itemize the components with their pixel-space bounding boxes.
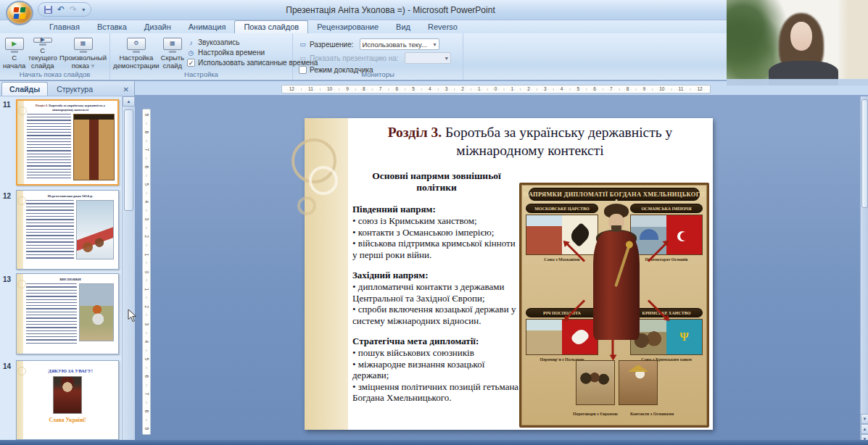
thumb12-text-lines [26,200,74,259]
slides-panel: Слайды Структура ✕ 11 Розділ 3. Боротьба… [0,81,135,440]
bullet: • дипломатичні контакти з державами Цент… [352,281,521,304]
resolution-dropdown[interactable]: Использовать теку...▾ [360,38,439,50]
from-beginning-button[interactable]: ▶ С начала [3,36,25,70]
office-logo-icon [14,7,25,19]
main-scrollbar[interactable]: ▼ ▲ ▼ [860,96,868,445]
bullet: • пошук військових союзників [352,347,521,359]
thumbnail-slide-14[interactable]: ДЯКУЮ ЗА УВАГУ! Слава Україні! [16,360,119,440]
undo-icon[interactable]: ↶ [57,5,65,14]
vertical-ruler: 9ı8ı7ı6ı5ı4ı3ı2ı1ı0ı1ı2ı3ı4ı5ı6ı7ı8ı9 [142,109,151,435]
setup-show-button[interactable]: ⚙ Настройка демонстрации [113,36,160,70]
panel-scroll-thumb[interactable] [124,109,133,211]
bullet: • спроби включення козацької держави у с… [352,304,521,326]
tab-view[interactable]: Вид [387,21,419,33]
horizontal-ruler: 12ı11ı10ı9ı8ı7ı6ı5ı4ı3ı2ı1ı0ı1ı2ı3ı4ı5ı6… [281,85,711,93]
group-label-start: Начать показ слайдов [0,70,109,79]
custom-show-button[interactable]: ▦ Произвольный показ ▾ [59,36,107,70]
thumbnail-slide-12[interactable]: Переяславська рада 1654 р. [16,190,119,270]
group-start-slideshow: ▶ С начала ▶ С текущего слайда ▦ Произво… [0,33,110,80]
section-strategy: Стратегічна мета дипломатії: • пошук вій… [352,336,521,404]
bullet: • військова підтримка кримської кінноти … [352,238,521,260]
tab-slideshow[interactable]: Показ слайдов [234,20,308,33]
slide-number-13: 13 [3,275,15,283]
tab-outline[interactable]: Структура [49,83,100,96]
slide-theme-stripe [305,118,348,430]
moscow-panel-image [526,215,598,255]
bullet: • союз із Кримським ханством; [352,215,521,227]
main-scroll-thumb[interactable] [861,99,868,208]
hide-slide-icon: ▦ [163,38,182,50]
thumb12-image [76,200,114,259]
mouse-cursor [128,309,137,325]
group-monitors: ▭ Разрешение: Использовать теку...▾ ▭ По… [293,33,463,80]
ottoman-panel: ОСМАНСЬКА ІМПЕРІЯ Протекторат Османів [630,204,703,262]
thumb14-portrait [53,376,82,414]
tab-animation[interactable]: Анимация [180,21,235,33]
slide-title[interactable]: Розділ 3. Боротьба за українську державн… [351,123,709,160]
thumb13-image [79,283,114,341]
panel-scrollbar[interactable]: ▲ [122,96,135,440]
scroll-down-icon[interactable]: ▼ [861,414,868,424]
quick-access-toolbar: ↶ ↷ ▾ [38,2,91,17]
caption-ottomans: Контакти з Османами [623,412,681,416]
record-narration-icon: ♪ [187,38,195,46]
tab-insert[interactable]: Вставка [88,21,136,33]
thumb14-line1: ДЯКУЮ ЗА УВАГУ! [25,368,115,373]
slide-title-prefix: Розділ 3. [388,125,442,140]
show-on-dropdown: ▾ [405,52,451,64]
slide-body-text[interactable]: Основні напрями зовнішньої політики Півд… [352,170,521,413]
thumb13-text-lines [26,283,77,345]
slide-number-14: 14 [3,362,15,370]
poland-panel-image [526,319,598,355]
checkbox-checked-icon: ✓ [187,59,195,67]
tab-design[interactable]: Дизайн [136,21,180,33]
window-title: Презентація Аніта Уколова =) - Microsoft… [145,0,636,20]
from-current-slide-button[interactable]: ▶ С текущего слайда [27,36,58,70]
thumbnail-slide-13[interactable]: ВИСНОВКИ [16,273,119,354]
slide-number-12: 12 [3,192,15,200]
thumb11-poster-mini [73,114,115,180]
thumbnail-slide-11[interactable]: Розділ 3. Боротьба за українську державн… [16,99,119,186]
khmelnytsky-figure [592,204,641,356]
qat-dropdown-icon[interactable]: ▾ [82,7,85,13]
rehearse-timings-icon: ◷ [187,49,195,57]
slide-canvas[interactable]: Розділ 3. Боротьба за українську державн… [305,118,713,430]
resolution-label: Разрешение: [310,41,354,49]
slideshow-from-current-icon: ▶ [33,38,52,43]
thumb14-line2: Слава Україні! [17,417,118,423]
presenter-face [790,22,812,51]
close-panel-icon[interactable]: ✕ [121,86,131,93]
office-button[interactable] [6,1,33,25]
poland-panel: РІЧ ПОСПОЛИТА Перемир'я з Польщею [526,308,598,362]
slide-number-11: 11 [3,101,15,109]
previous-slide-button[interactable]: ▲ [861,424,868,434]
group-label-setup: Настройка [110,70,292,79]
poster-title: НАПРЯМКИ ДИПЛОМАТІЇ БОГДАНА ХМЕЛЬНИЦЬКОГ… [529,188,700,201]
tab-review[interactable]: Рецензирование [308,21,387,33]
panel-scroll-up-icon[interactable]: ▲ [123,96,135,107]
save-icon[interactable] [44,6,52,14]
diplomacy-poster-image[interactable]: НАПРЯМКИ ДИПЛОМАТІЇ БОГДАНА ХМЕЛЬНИЦЬКОГ… [519,183,709,428]
hide-slide-button[interactable]: ▦ Скрыть слайд [161,36,184,70]
webcam-overlay [727,0,868,86]
custom-show-icon: ▦ [74,38,93,50]
bullet: • зміцнення політичних позицій гетьмана … [352,381,521,404]
europe-negotiations-image [576,360,615,405]
ottoman-panel-image [630,215,703,255]
thumb11-text-lines [27,114,71,180]
tab-slides[interactable]: Слайды [1,82,48,96]
monitors-controls: ▭ Разрешение: Использовать теку...▾ ▭ По… [296,36,454,70]
show-on-icon: ▭ [299,54,307,62]
redo-icon[interactable]: ↷ [70,5,77,14]
slides-panel-tabs: Слайды Структура ✕ [0,81,134,96]
moscow-panel: МОСКОВСЬКЕ ЦАРСТВО Союз з Московією [526,204,598,262]
bullet: • контакти з Османською імперією; [352,227,521,238]
tab-reverso[interactable]: Reverso [419,21,466,33]
group-setup: ⚙ Настройка демонстрации ▦ Скрыть слайд … [110,33,293,80]
slideshow-from-start-icon: ▶ [5,38,24,50]
setup-show-icon: ⚙ [127,38,146,50]
show-presentation-on-label: Показать презентацию на: [310,54,399,62]
caption-europe: Переговори з Європою [563,412,627,416]
tab-home[interactable]: Главная [41,21,88,33]
slide-thumbnails: 11 Розділ 3. Боротьба за українську держ… [0,96,122,440]
